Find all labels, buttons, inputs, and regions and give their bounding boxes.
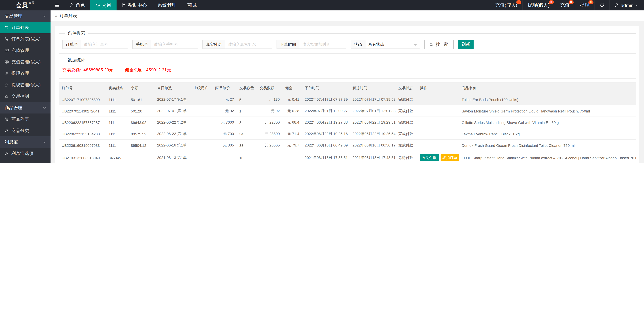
cell-actions [417,140,459,151]
header-refresh-button[interactable] [594,0,609,10]
table-row: UB2206222157387287111189643.922022-06-22… [59,117,636,128]
sidebar-group-2[interactable]: 商品管理 [0,102,50,114]
cell-qty: 10 [236,151,257,163]
status-filter: 状态 所有状态 [351,40,420,49]
cell-amount: 元 26565 [257,140,282,151]
cell-commission [282,151,302,163]
top-header: 会员会员 角色交易帮助中心系统管理商城 充值(假人)0提现(假人)0充值0提现0… [0,0,644,10]
header-action-label: 充值 [560,2,570,8]
sidebar: 交易管理订单列表订单列表(假人)充值管理充值管理(假人)提现管理提现管理(假人)… [0,10,50,163]
notification-badge: 0 [588,0,594,4]
user-menu[interactable]: admin [609,0,644,10]
table-row: UB21031320035130493453452021-03-13 第1单10… [59,151,636,163]
sidebar-item-1-3[interactable]: 充值管理 [0,45,50,56]
cell-qty: 33 [236,140,257,151]
cell-amount: 元 135 [257,94,282,105]
sidebar-group-label: 利息宝 [5,139,18,145]
filter-field-label: 订单号 [62,40,81,49]
cell-order-time: 2022年06月16日 00:49:09 [302,140,350,151]
sidebar-item-1-4[interactable]: 充值管理(假人) [0,56,50,68]
cell-amount: 元 23800 [257,128,282,140]
table-header-cell: 操作 [417,82,459,94]
chevron-down-icon [43,106,46,110]
cell-product: Gillette Series Moisturizing Shave Gel w… [459,117,636,128]
sidebar-item-label: 商品列表 [12,116,29,122]
sidebar-item-label: 利息宝记录 [12,162,33,163]
sidebar-item-1-5[interactable]: 提现管理 [0,68,50,79]
search-button[interactable]: 搜 索 [424,40,454,49]
cell-unfreeze-time: 2022年07月01日 12:01:33 [350,105,396,117]
nav-item-label: 角色 [76,2,85,8]
sidebar-item-1-2[interactable]: 订单列表(假人) [0,33,50,45]
cell-balance: 501.61 [128,94,154,105]
sidebar-item-label: 充值管理(假人) [12,59,40,65]
filter-field-1: 订单号 [62,40,128,49]
cell-order-no: UB2103132003513049 [59,151,106,163]
nav-item-2[interactable]: 交易 [90,0,116,10]
nav-item-3[interactable]: 帮助中心 [116,0,152,10]
refresh-button[interactable]: 刷新 [458,40,474,49]
cell-parent [191,94,212,105]
filter-field-input[interactable] [225,40,272,49]
cell-today: 2022-06-22 第2单 [154,117,191,128]
nav-item-label: 交易 [102,2,111,8]
filter-field-input[interactable] [299,40,346,49]
search-button-label: 搜 索 [436,42,449,48]
cell-qty: 1 [236,105,257,117]
table-header-cell: 商品名称 [459,82,636,94]
cell-price: 元 92 [212,105,236,117]
cell-commission: 元 79.7 [282,140,302,151]
sidebar-item-2-2[interactable]: 商品分类 [0,125,50,136]
cell-parent [191,140,212,151]
sidebar-item-2-1[interactable]: 商品列表 [0,114,50,125]
sidebar-item-3-1[interactable]: 利息宝选项 [0,148,50,159]
header-action-label: 提现(假人) [528,2,550,8]
table-header-cell: 交易数量 [236,82,257,94]
sidebar-item-1-6[interactable]: 提现管理(假人) [0,79,50,90]
sidebar-item-3-2[interactable]: 利息宝记录 [0,159,50,163]
search-icon [429,42,434,47]
nav-item-4[interactable]: 系统管理 [152,0,182,10]
stat-commission: 佣金总额: 459012.31元 [125,67,171,73]
cell-name: 1111 [106,117,128,128]
sidebar-item-1-7[interactable]: 交易控制 [0,90,50,102]
header-action-1[interactable]: 充值(假人)0 [490,0,522,10]
monitor-icon [5,48,9,52]
header-action-2[interactable]: 提现(假人)0 [522,0,555,10]
cell-status: 完成付款 [396,105,417,117]
action-button-cancel-order[interactable]: 取消订单 [440,154,459,161]
stat-total-label: 交易总额: [62,67,81,72]
header-right: 充值(假人)0提现(假人)0充值0提现0admin [490,0,644,10]
nav-item-1[interactable]: 角色 [64,0,90,10]
filter-field-input[interactable] [151,40,198,49]
menu-icon[interactable] [50,0,64,10]
table-row: UB2206222155164238111189575.522022-06-22… [59,128,636,140]
sidebar-item-1-1[interactable]: 订单列表 [0,22,50,33]
cell-today: 2021-03-13 第1单 [154,151,191,163]
page-body: 条件搜索 订单号手机号真实姓名下单时间 状态 所有状态 [50,21,644,163]
cell-unfreeze-time: 2022年06月22日 19:29:31 [350,117,396,128]
status-select[interactable]: 所有状态 [365,40,420,49]
header-action-4[interactable]: 提现0 [574,0,594,10]
filter-field-input[interactable] [81,40,128,49]
header-spacer [202,0,490,10]
header-action-3[interactable]: 充值0 [555,0,574,10]
chevron-down-icon [43,14,46,18]
cell-actions [417,94,459,105]
action-button-force-pay[interactable]: 强制付款 [420,154,439,161]
flag-icon [122,3,126,8]
header-action-label: 充值(假人) [495,2,517,8]
nav-item-5[interactable]: 商城 [182,0,202,10]
gavel-icon [5,72,9,76]
cell-actions: 强制付款取消订单 [417,151,459,163]
sidebar-group-3[interactable]: 利息宝 [0,136,50,148]
table-header-cell: 交易数额 [257,82,282,94]
status-label: 状态 [351,40,365,49]
cell-amount: 元 92 [257,105,282,117]
cell-product: Savlon Moisture Shield Germ Protection L… [459,105,636,117]
cell-order-time: 2022年07月17日 07:37:39 [302,94,350,105]
table-header-cell: 订单号 [59,82,106,94]
sidebar-group-1[interactable]: 交易管理 [0,10,50,22]
table-header-cell: 真实姓名 [106,82,128,94]
orders-table: 订单号真实姓名余额今日单数上级用户商品单价交易数量交易数额佣金下单时间解冻时间交… [58,82,636,163]
